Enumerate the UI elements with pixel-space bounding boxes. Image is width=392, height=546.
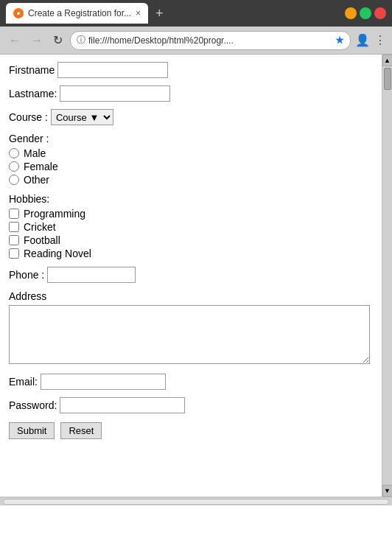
- gender-female-radio[interactable]: [9, 161, 19, 172]
- tab-close-icon[interactable]: ×: [136, 8, 141, 18]
- statusbar: [0, 497, 392, 505]
- scroll-up-button[interactable]: ▲: [382, 55, 393, 66]
- gender-other-item: Other: [9, 174, 373, 186]
- phone-label: Phone :: [9, 269, 44, 281]
- password-input[interactable]: [60, 397, 185, 413]
- address-section: Address: [9, 290, 373, 366]
- course-select[interactable]: Course ▼ BCA MCA B.Tech M.Tech: [51, 109, 113, 125]
- gender-male-radio[interactable]: [9, 148, 19, 158]
- email-row: Email:: [9, 374, 373, 390]
- horizontal-scrollbar[interactable]: [3, 499, 389, 505]
- forward-button[interactable]: →: [28, 32, 46, 49]
- hobby-programming-checkbox[interactable]: [9, 209, 19, 219]
- lastname-label: Lastname:: [9, 88, 57, 99]
- address-text: file:///home/Desktop/html%20progr....: [88, 35, 332, 46]
- hobby-football-checkbox[interactable]: [9, 235, 19, 245]
- maximize-button[interactable]: [360, 7, 371, 19]
- button-row: Submit Reset: [9, 422, 373, 439]
- email-label: Email:: [9, 376, 38, 388]
- browser-tab[interactable]: ● Create a Registration for... ×: [6, 3, 148, 24]
- gender-other-label: Other: [24, 174, 49, 186]
- hobby-programming-label: Programming: [24, 208, 85, 220]
- address-bar[interactable]: ⓘ file:///home/Desktop/html%20progr.... …: [70, 31, 351, 50]
- gender-radio-group: Male Female Other: [9, 147, 373, 186]
- close-button[interactable]: [374, 7, 386, 19]
- minimize-button[interactable]: [345, 7, 357, 19]
- address-textarea[interactable]: [9, 305, 370, 364]
- back-button[interactable]: ←: [6, 32, 24, 49]
- page-content: Firstname Lastname: Course : Course ▼ BC…: [0, 55, 382, 497]
- hobbies-label: Hobbies:: [9, 193, 373, 205]
- reset-button[interactable]: Reset: [60, 422, 102, 439]
- gender-section: Gender : Male Female Other: [9, 133, 373, 186]
- password-row: Password:: [9, 397, 373, 413]
- window-controls: [345, 7, 386, 19]
- titlebar: ● Create a Registration for... × +: [0, 0, 392, 27]
- lastname-row: Lastname:: [9, 85, 373, 102]
- phone-row: Phone :: [9, 267, 373, 283]
- gender-female-item: Female: [9, 161, 373, 172]
- navbar: ← → ↻ ⓘ file:///home/Desktop/html%20prog…: [0, 27, 392, 55]
- gender-male-label: Male: [24, 147, 46, 159]
- hobby-football-item: Football: [9, 234, 373, 246]
- address-lock-icon: ⓘ: [77, 34, 85, 46]
- hobby-cricket-item: Cricket: [9, 221, 373, 233]
- hobby-reading-label: Reading Novel: [24, 248, 91, 259]
- email-input[interactable]: [41, 374, 166, 390]
- tab-title: Create a Registration for...: [28, 8, 131, 18]
- address-label: Address: [9, 290, 373, 302]
- hobbies-checkbox-group: Programming Cricket Football Reading Nov…: [9, 208, 373, 259]
- firstname-row: Firstname: [9, 62, 373, 78]
- gender-label: Gender :: [9, 133, 373, 144]
- course-label: Course :: [9, 111, 48, 123]
- hobby-reading-item: Reading Novel: [9, 248, 373, 259]
- hobby-football-label: Football: [24, 234, 60, 246]
- refresh-button[interactable]: ↻: [50, 32, 66, 49]
- gender-female-label: Female: [24, 161, 58, 172]
- phone-input[interactable]: [47, 267, 136, 283]
- hobbies-section: Hobbies: Programming Cricket Football: [9, 193, 373, 259]
- firstname-label: Firstname: [9, 64, 55, 76]
- firstname-input[interactable]: [57, 62, 168, 78]
- gender-male-item: Male: [9, 147, 373, 159]
- scroll-down-button[interactable]: ▼: [382, 485, 393, 497]
- address-bookmark-icon: ★: [335, 35, 344, 46]
- vertical-scrollbar[interactable]: ▲ ▼: [382, 55, 392, 497]
- password-label: Password:: [9, 399, 57, 411]
- lastname-input[interactable]: [60, 85, 170, 102]
- hobby-programming-item: Programming: [9, 208, 373, 220]
- hobby-reading-checkbox[interactable]: [9, 248, 19, 259]
- submit-button[interactable]: Submit: [9, 422, 55, 439]
- nav-extra-buttons: 👤 ⋮: [355, 33, 386, 47]
- menu-button[interactable]: ⋮: [374, 33, 386, 47]
- new-tab-button[interactable]: +: [151, 6, 168, 21]
- hobby-cricket-label: Cricket: [24, 221, 56, 233]
- course-row: Course : Course ▼ BCA MCA B.Tech M.Tech: [9, 109, 373, 125]
- tab-favicon-icon: ●: [13, 8, 24, 18]
- scroll-thumb[interactable]: [384, 68, 391, 90]
- gender-other-radio[interactable]: [9, 175, 19, 185]
- account-button[interactable]: 👤: [355, 33, 370, 47]
- hobby-cricket-checkbox[interactable]: [9, 222, 19, 232]
